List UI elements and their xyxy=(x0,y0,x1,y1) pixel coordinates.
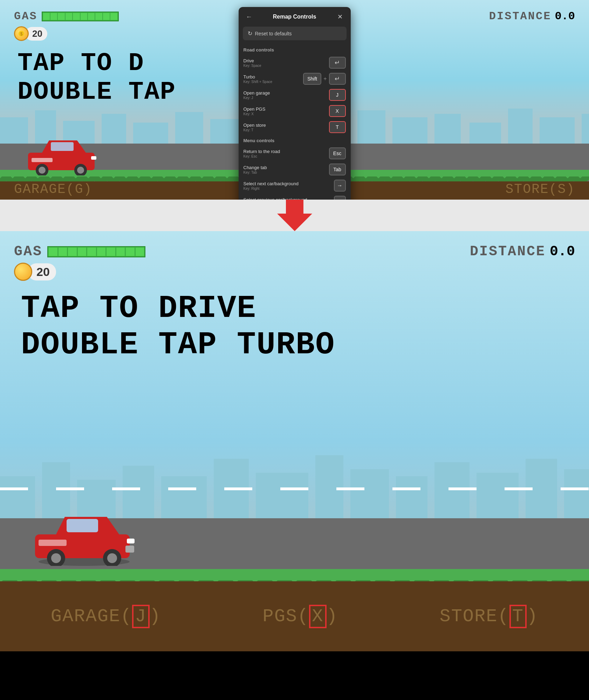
distance-value-top: 0.0 xyxy=(555,10,575,23)
reset-defaults-button[interactable]: ↻ Reset to defaults xyxy=(243,27,347,40)
control-row-prev-car: Select previous car/background Key: Left… xyxy=(239,194,351,200)
svg-rect-49 xyxy=(127,539,135,543)
drive-key-button[interactable]: ↵ xyxy=(329,57,346,69)
gas-segments-bottom xyxy=(48,247,145,257)
svg-rect-36 xyxy=(396,476,427,518)
open-store-key-button[interactable]: T xyxy=(329,121,346,133)
main-text-line1-bottom: TAP TO DRIVE xyxy=(21,291,335,327)
turbo-shift-button[interactable]: Shift xyxy=(303,73,321,85)
svg-rect-11 xyxy=(392,117,427,145)
svg-rect-40 xyxy=(564,469,589,518)
svg-rect-10 xyxy=(357,110,385,145)
open-pgs-label: Open PGS xyxy=(244,106,266,112)
top-game-screen: GAS DISTANCE 0.0 $ 20 TA xyxy=(0,0,589,200)
hud-distance-top: DISTANCE 0.0 xyxy=(489,10,575,23)
coin-icon-top: $ xyxy=(14,26,29,41)
distance-label-bottom: DISTANCE xyxy=(470,244,546,259)
svg-rect-3 xyxy=(102,114,126,145)
svg-rect-25 xyxy=(91,156,96,160)
prev-car-label: Select previous car/background xyxy=(244,197,307,200)
turbo-space-button[interactable]: ↵ xyxy=(329,73,346,85)
open-pgs-key-hint: Key: X xyxy=(244,112,266,116)
gas-segments-top xyxy=(42,12,118,21)
control-row-drive: Drive Key: Space ↵ xyxy=(239,55,351,71)
main-text-line2-top: DOUBLE TAP xyxy=(18,78,176,106)
return-road-key-button[interactable]: Esc xyxy=(329,147,346,159)
open-garage-key-hint: Key: J xyxy=(244,96,270,100)
turbo-label: Turbo xyxy=(244,74,273,79)
svg-point-22 xyxy=(39,167,46,174)
gas-bar-top xyxy=(42,12,119,21)
change-tab-key-button[interactable]: Tab xyxy=(329,164,346,175)
svg-rect-13 xyxy=(470,123,501,145)
dialog-close-button[interactable]: ✕ xyxy=(335,12,345,22)
store-key-highlight: T xyxy=(509,605,527,628)
dialog-back-button[interactable]: ← xyxy=(244,12,254,22)
svg-rect-35 xyxy=(350,469,389,518)
svg-rect-50 xyxy=(125,546,134,553)
main-text-top: TAP TO D DOUBLE TAP xyxy=(18,49,176,106)
next-car-label: Select next car/background xyxy=(244,181,299,186)
turbo-key-hint: Key: Shift + Space xyxy=(244,80,273,84)
pgs-key-highlight: X xyxy=(309,605,326,628)
svg-rect-33 xyxy=(256,473,308,518)
svg-rect-12 xyxy=(434,114,461,145)
road-controls-section-label: Road controls xyxy=(239,44,351,55)
svg-rect-34 xyxy=(315,455,343,518)
open-store-key-hint: Key: T xyxy=(244,128,266,132)
pgs-label-bottom: PGS(X) xyxy=(262,606,338,627)
prev-car-key-button[interactable]: ← xyxy=(334,196,346,200)
svg-rect-43 xyxy=(67,519,98,532)
distance-label-top: DISTANCE xyxy=(489,10,552,23)
garage-label-bottom: GARAGE(J) xyxy=(51,606,161,627)
change-tab-label: Change tab xyxy=(244,165,267,170)
open-store-label: Open store xyxy=(244,123,266,128)
arrow-section xyxy=(0,200,589,231)
reset-label: Reset to defaults xyxy=(255,31,292,36)
arrow-head xyxy=(277,214,312,231)
bottom-label-store-top: STORE(S) xyxy=(506,182,575,197)
store-label-bottom: STORE(T) xyxy=(439,606,538,627)
coin-display-top: $ 20 xyxy=(14,26,47,41)
return-road-key-hint: Key: Esc xyxy=(244,154,280,158)
control-row-turbo: Turbo Key: Shift + Space Shift + ↵ xyxy=(239,71,351,87)
hud-gas-top: GAS xyxy=(14,10,119,23)
main-text-line2-bottom: DOUBLE TAP TURBO xyxy=(21,327,335,363)
svg-rect-4 xyxy=(133,123,168,145)
dialog-header: ← Remap Controls ✕ xyxy=(239,7,351,27)
car-bottom xyxy=(28,506,140,567)
next-car-key-button[interactable]: → xyxy=(334,180,346,192)
svg-rect-38 xyxy=(477,473,519,518)
svg-rect-20 xyxy=(51,142,74,151)
reset-icon: ↻ xyxy=(248,30,252,37)
main-text-line1-top: TAP TO D xyxy=(18,49,176,78)
main-text-bottom: TAP TO DRIVE DOUBLE TAP TURBO xyxy=(21,291,335,363)
dialog-title: Remap Controls xyxy=(254,14,335,20)
svg-rect-44 xyxy=(39,540,67,546)
road-line-bottom xyxy=(0,487,589,490)
svg-point-46 xyxy=(51,553,61,563)
svg-rect-5 xyxy=(175,112,203,145)
control-row-return: Return to the road Key: Esc Esc xyxy=(239,145,351,161)
distance-value-bottom: 0.0 xyxy=(550,244,575,259)
remap-controls-dialog: ← Remap Controls ✕ ↻ Reset to defaults R… xyxy=(239,7,351,200)
gas-label-bottom: GAS xyxy=(14,244,42,259)
open-pgs-key-button[interactable]: X xyxy=(329,105,346,117)
svg-text:$: $ xyxy=(20,32,23,36)
turbo-combo: Shift + ↵ xyxy=(303,73,345,85)
gas-bar-bottom xyxy=(47,246,145,257)
svg-point-24 xyxy=(77,167,84,174)
control-row-change-tab: Change tab Key: Tab Tab xyxy=(239,161,351,178)
open-garage-key-button[interactable]: J xyxy=(329,89,346,101)
svg-rect-15 xyxy=(540,117,575,145)
drive-key-hint: Key: Space xyxy=(244,64,261,68)
return-road-label: Return to the road xyxy=(244,149,280,154)
garage-key-highlight: J xyxy=(132,605,149,628)
hud-gas-bottom: GAS xyxy=(14,244,145,259)
car-top xyxy=(21,133,102,177)
svg-rect-26 xyxy=(32,158,53,162)
coin-display-bottom: 20 xyxy=(14,263,56,281)
control-row-open-pgs: Open PGS Key: X X xyxy=(239,103,351,119)
change-tab-key-hint: Key: Tab xyxy=(244,171,267,174)
control-row-open-garage: Open garage Key: J J xyxy=(239,87,351,103)
